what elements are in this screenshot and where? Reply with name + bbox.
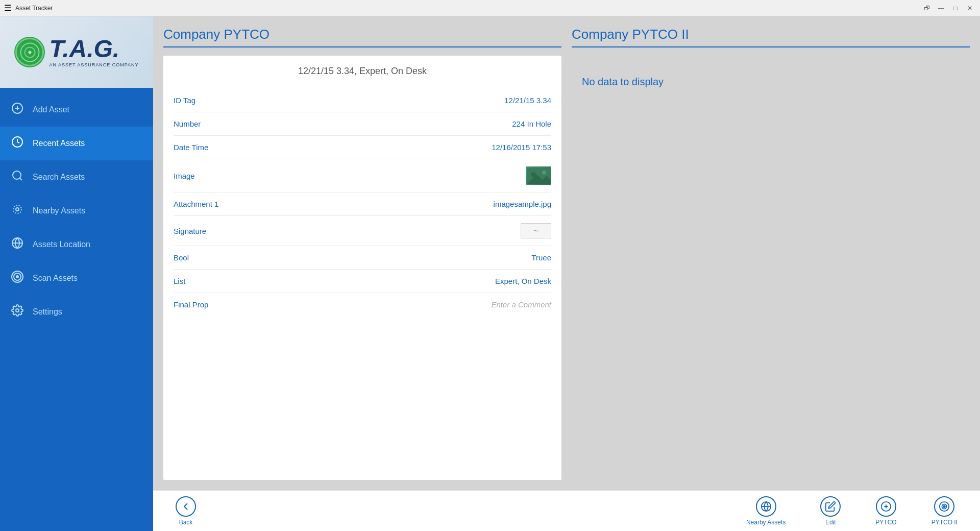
nearby-assets-icon — [10, 203, 24, 219]
nearby-assets-button[interactable]: Nearby Assets — [734, 492, 798, 530]
sidebar: T.A.G. AN ASSET ASSURANCE COMPANY Add As… — [0, 16, 153, 531]
no-data-text: No data to display — [572, 56, 970, 108]
sidebar-item-search-assets[interactable]: Search Assets — [0, 160, 153, 194]
right-panel: Company PYTCO II No data to display — [572, 27, 970, 480]
field-row-number: Number 224 In Hole — [174, 112, 551, 136]
id-tag-value: 12/21/15 3.34 — [504, 96, 551, 105]
signature-squiggle-icon: ~ — [533, 226, 539, 236]
recent-assets-label: Recent Assets — [33, 139, 85, 148]
pytco-icon — [876, 496, 896, 517]
settings-icon — [10, 304, 24, 320]
svg-point-3 — [28, 51, 31, 54]
edit-icon — [820, 496, 841, 517]
final-prop-value: Enter a Comment — [491, 300, 551, 309]
pytco-ii-button[interactable]: PYTCO II — [919, 492, 970, 530]
svg-point-8 — [13, 171, 21, 179]
nearby-assets-bottom-label: Nearby Assets — [746, 519, 786, 526]
right-panel-title: Company PYTCO II — [572, 27, 970, 47]
list-label: List — [174, 277, 185, 285]
pytco-label: PYTCO — [875, 519, 896, 526]
bool-label: Bool — [174, 253, 189, 262]
sidebar-nav: Add Asset Recent Assets — [0, 88, 153, 531]
bottom-actions: Nearby Assets Edit — [734, 492, 970, 530]
list-value: Expert, On Desk — [495, 277, 551, 285]
edit-button[interactable]: Edit — [808, 492, 853, 530]
svg-point-14 — [16, 276, 18, 278]
field-row-bool: Bool Truee — [174, 246, 551, 270]
hamburger-menu-icon[interactable]: ☰ — [4, 3, 11, 13]
svg-point-15 — [16, 309, 19, 312]
nearby-assets-label: Nearby Assets — [33, 206, 85, 215]
logo-tag-text: T.A.G. — [49, 37, 138, 61]
bottom-bar: Back Nearby Assets — [153, 490, 980, 531]
svg-point-0 — [16, 39, 43, 65]
svg-point-11 — [13, 205, 21, 213]
pytco-button[interactable]: PYTCO — [863, 492, 909, 530]
logo-text: T.A.G. AN ASSET ASSURANCE COMPANY — [49, 37, 138, 67]
svg-line-9 — [20, 178, 22, 180]
back-button[interactable]: Back — [163, 492, 208, 530]
field-row-attachment: Attachment 1 imagesample.jpg — [174, 192, 551, 216]
sidebar-item-settings[interactable]: Settings — [0, 295, 153, 329]
title-bar: ☰ Asset Tracker 🗗 — □ ✕ — [0, 0, 980, 16]
sidebar-item-assets-location[interactable]: Assets Location — [0, 228, 153, 261]
edit-label: Edit — [825, 519, 836, 526]
content-area: Company PYTCO 12/21/15 3.34, Expert, On … — [153, 16, 980, 531]
attachment-label: Attachment 1 — [174, 200, 218, 208]
svg-point-27 — [943, 505, 945, 508]
sidebar-item-scan-assets[interactable]: Scan Assets — [0, 261, 153, 295]
field-row-date-time: Date Time 12/16/2015 17:53 — [174, 136, 551, 159]
add-asset-icon — [10, 102, 24, 117]
date-time-value: 12/16/2015 17:53 — [492, 143, 551, 152]
card-header: 12/21/15 3.34, Expert, On Desk — [174, 66, 551, 85]
left-panel-title: Company PYTCO — [163, 27, 561, 47]
main-layout: T.A.G. AN ASSET ASSURANCE COMPANY Add As… — [0, 16, 980, 531]
final-prop-label: Final Prop — [174, 300, 208, 309]
sidebar-item-recent-assets[interactable]: Recent Assets — [0, 127, 153, 160]
svg-point-19 — [542, 171, 546, 175]
field-row-id-tag: ID Tag 12/21/15 3.34 — [174, 89, 551, 112]
sidebar-logo: T.A.G. AN ASSET ASSURANCE COMPANY — [0, 16, 153, 88]
pytco-ii-label: PYTCO II — [932, 519, 958, 526]
scan-assets-icon — [10, 271, 24, 286]
left-panel: Company PYTCO 12/21/15 3.34, Expert, On … — [163, 27, 561, 480]
left-panel-card: 12/21/15 3.34, Expert, On Desk ID Tag 12… — [163, 56, 561, 480]
maximize-icon[interactable]: □ — [949, 2, 962, 14]
number-label: Number — [174, 119, 201, 128]
field-row-final-prop: Final Prop Enter a Comment — [174, 293, 551, 316]
window-controls: 🗗 — □ ✕ — [921, 2, 976, 14]
recent-assets-icon — [10, 136, 24, 151]
logo-subtitle: AN ASSET ASSURANCE COMPANY — [49, 62, 138, 67]
search-assets-icon — [10, 170, 24, 185]
panels-row: Company PYTCO 12/21/15 3.34, Expert, On … — [153, 16, 980, 490]
date-time-label: Date Time — [174, 143, 208, 152]
sidebar-item-nearby-assets[interactable]: Nearby Assets — [0, 194, 153, 228]
close-icon[interactable]: ✕ — [964, 2, 976, 14]
search-assets-label: Search Assets — [33, 173, 85, 182]
bool-value: Truee — [531, 253, 551, 262]
back-icon — [176, 496, 196, 517]
scan-assets-label: Scan Assets — [33, 274, 78, 283]
sidebar-item-add-asset[interactable]: Add Asset — [0, 93, 153, 127]
signature-label: Signature — [174, 227, 206, 235]
svg-point-1 — [20, 43, 39, 61]
id-tag-label: ID Tag — [174, 96, 195, 105]
signature-box[interactable]: ~ — [521, 223, 551, 238]
attachment-value: imagesample.jpg — [494, 200, 551, 208]
image-thumbnail[interactable] — [526, 166, 551, 185]
number-value: 224 In Hole — [512, 119, 551, 128]
logo-circle-icon — [14, 37, 45, 67]
window-title: Asset Tracker — [15, 5, 53, 12]
settings-label: Settings — [33, 307, 62, 317]
minimize-icon[interactable]: — — [935, 2, 947, 14]
svg-point-10 — [16, 208, 19, 211]
assets-location-icon — [10, 237, 24, 252]
add-asset-label: Add Asset — [33, 105, 69, 114]
field-row-signature: Signature ~ — [174, 216, 551, 246]
assets-location-label: Assets Location — [33, 240, 90, 249]
field-row-list: List Expert, On Desk — [174, 270, 551, 293]
restore-icon[interactable]: 🗗 — [921, 2, 933, 14]
svg-point-2 — [24, 47, 35, 57]
pytco-ii-icon — [934, 496, 954, 517]
nearby-assets-bottom-icon — [756, 496, 776, 517]
